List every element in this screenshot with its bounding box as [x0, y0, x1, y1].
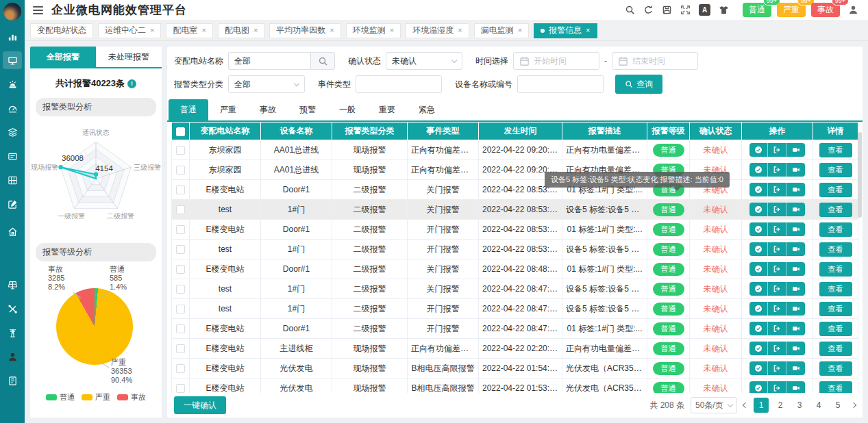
- video-button[interactable]: [786, 163, 805, 177]
- next-page-icon[interactable]: [851, 402, 856, 408]
- sidebar-item-monitor[interactable]: [3, 51, 22, 69]
- level-tab-普通[interactable]: 普通: [169, 99, 208, 120]
- hand-over-button[interactable]: [768, 203, 786, 216]
- view-detail-button[interactable]: 查看: [819, 282, 852, 296]
- workspace-tab-环境监测[interactable]: 环境监测×: [346, 23, 401, 38]
- hand-over-button[interactable]: [768, 322, 786, 335]
- table-row[interactable]: E楼变电站Door#1二级报警开门报警2022-04-22 08:53:4301…: [172, 220, 858, 240]
- hand-over-button[interactable]: [768, 183, 786, 196]
- row-checkbox[interactable]: [176, 166, 185, 175]
- hand-over-button[interactable]: [768, 381, 786, 393]
- sidebar-item-power-tower[interactable]: [3, 324, 22, 342]
- end-time-input[interactable]: 结束时间: [612, 52, 698, 70]
- page-button-4[interactable]: 4: [811, 398, 826, 413]
- info-icon[interactable]: !: [127, 79, 136, 88]
- sidebar-item-cabinet-grid[interactable]: [3, 171, 22, 189]
- table-row[interactable]: test1#门二级报警关门报警2022-04-22 08:53:49设备5 标签…: [172, 200, 858, 220]
- close-icon[interactable]: ×: [150, 27, 154, 34]
- view-detail-button[interactable]: 查看: [819, 322, 852, 336]
- workspace-tab-变配电站状态[interactable]: 变配电站状态: [30, 23, 93, 38]
- confirm-button[interactable]: [749, 342, 768, 355]
- table-row[interactable]: E楼变电站主进线柜现场报警正向有功偏差值低限...2022-04-22 02:2…: [172, 339, 858, 359]
- hand-over-button[interactable]: [768, 222, 786, 236]
- close-icon[interactable]: ×: [253, 27, 258, 34]
- video-button[interactable]: [786, 322, 805, 335]
- confirm-button[interactable]: [749, 203, 768, 216]
- view-detail-button[interactable]: 查看: [819, 262, 852, 277]
- translate-icon[interactable]: A: [699, 4, 710, 16]
- hand-over-button[interactable]: [768, 361, 786, 375]
- table-row[interactable]: test1#门二级报警开门报警2022-04-22 08:47:29设备5 标签…: [172, 299, 858, 319]
- app-logo[interactable]: [3, 3, 21, 21]
- sidebar-item-user[interactable]: [3, 348, 22, 366]
- sidebar-item-tools[interactable]: [3, 300, 22, 318]
- row-checkbox[interactable]: [176, 225, 185, 234]
- confirm-button[interactable]: [749, 222, 768, 236]
- page-button-5[interactable]: 5: [830, 398, 845, 413]
- table-row[interactable]: E楼变电站光伏发电现场报警B相电压高限报警2022-04-22 01:54:26…: [172, 359, 858, 379]
- select-all-checkbox[interactable]: [176, 127, 185, 136]
- page-button-1[interactable]: 1: [754, 398, 769, 413]
- video-button[interactable]: [786, 242, 805, 256]
- page-size-select[interactable]: 50条/页: [691, 397, 737, 413]
- close-icon[interactable]: ×: [518, 27, 522, 34]
- workspace-tab-配电图[interactable]: 配电图×: [218, 23, 264, 38]
- level-tab-严重[interactable]: 严重: [208, 99, 248, 120]
- refresh-icon[interactable]: [643, 5, 654, 15]
- sidebar-item-id-card[interactable]: [3, 147, 22, 165]
- close-icon[interactable]: ×: [390, 27, 394, 34]
- workspace-tab-配电室[interactable]: 配电室×: [166, 23, 212, 38]
- row-checkbox[interactable]: [176, 324, 185, 333]
- table-row[interactable]: E楼变电站Door#1二级报警开门报警2022-04-22 08:47:2801…: [172, 319, 858, 339]
- view-detail-button[interactable]: 查看: [819, 183, 852, 197]
- hand-over-button[interactable]: [768, 342, 786, 355]
- video-button[interactable]: [786, 183, 805, 196]
- video-button[interactable]: [786, 222, 805, 236]
- confirm-all-button[interactable]: 一键确认: [174, 396, 226, 414]
- level-tab-一般[interactable]: 一般: [327, 99, 367, 120]
- alarm-type-select[interactable]: 全部: [228, 75, 305, 93]
- view-detail-button[interactable]: 查看: [819, 361, 852, 376]
- vertical-scrollbar[interactable]: [858, 132, 862, 218]
- view-detail-button[interactable]: 查看: [819, 302, 852, 316]
- level-tab-预警[interactable]: 预警: [288, 99, 327, 120]
- row-checkbox[interactable]: [176, 344, 185, 353]
- confirm-button[interactable]: [749, 163, 768, 177]
- video-button[interactable]: [786, 262, 805, 276]
- hand-over-button[interactable]: [768, 262, 786, 276]
- legend-item-严重[interactable]: 严重: [82, 392, 110, 402]
- video-button[interactable]: [786, 203, 805, 216]
- workspace-tab-环境温湿度[interactable]: 环境温湿度×: [406, 23, 469, 38]
- station-name-input[interactable]: 全部: [228, 52, 310, 70]
- prev-page-icon[interactable]: [743, 402, 748, 408]
- sidebar-item-gauge[interactable]: [3, 99, 22, 117]
- table-row[interactable]: E楼变电站Door#1二级报警关门报警2022-04-22 08:53:5201…: [172, 180, 858, 200]
- start-time-input[interactable]: 开始时间: [513, 52, 599, 70]
- row-checkbox[interactable]: [176, 305, 185, 313]
- video-button[interactable]: [786, 381, 805, 393]
- theme-shirt-icon[interactable]: [719, 5, 729, 15]
- alarm-badge-事故[interactable]: 事故99+: [811, 3, 840, 17]
- summary-tab-全部报警[interactable]: 全部报警: [30, 47, 96, 67]
- hand-over-button[interactable]: [768, 302, 786, 316]
- video-button[interactable]: [786, 361, 805, 375]
- sidebar-item-report[interactable]: [3, 372, 22, 389]
- table-row[interactable]: test1#门二级报警开门报警2022-04-22 08:53:39设备5 标签…: [172, 240, 858, 259]
- workspace-tab-平均功率因数[interactable]: 平均功率因数×: [269, 23, 340, 38]
- confirm-button[interactable]: [749, 183, 768, 196]
- level-tab-事故[interactable]: 事故: [248, 99, 288, 120]
- table-row[interactable]: 东坝家园AA01总进线现场报警正向有功偏差值高限...2022-04-22 09…: [172, 160, 858, 180]
- table-row[interactable]: E楼变电站Door#1二级报警关门报警2022-04-22 08:48:0201…: [172, 259, 858, 279]
- row-checkbox[interactable]: [176, 384, 185, 393]
- row-checkbox[interactable]: [176, 146, 185, 155]
- confirm-status-select[interactable]: 未确认: [386, 52, 462, 70]
- sidebar-item-home[interactable]: [3, 222, 22, 240]
- table-row[interactable]: test1#门二级报警关门报警2022-04-22 08:47:57设备5 标签…: [172, 279, 858, 299]
- hand-over-button[interactable]: [768, 163, 786, 177]
- search-icon[interactable]: [625, 5, 635, 15]
- workspace-tab-运维中心二[interactable]: 运维中心二×: [98, 23, 161, 38]
- confirm-button[interactable]: [749, 282, 768, 296]
- legend-item-普通[interactable]: 普通: [46, 392, 75, 402]
- close-icon[interactable]: ×: [586, 27, 590, 34]
- hand-over-button[interactable]: [768, 242, 786, 256]
